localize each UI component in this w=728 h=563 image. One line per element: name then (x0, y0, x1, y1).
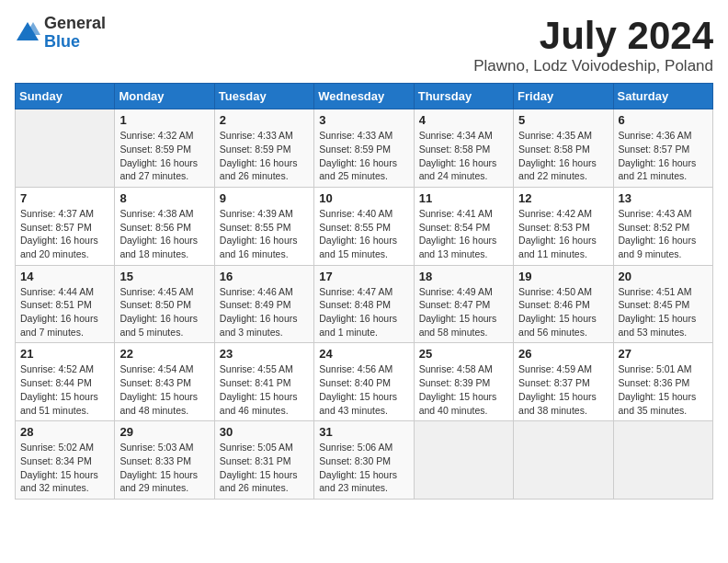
day-number: 26 (518, 347, 608, 361)
day-number: 12 (518, 191, 608, 205)
week-row-4: 21Sunrise: 4:52 AMSunset: 8:44 PMDayligh… (16, 343, 713, 421)
day-cell: 14Sunrise: 4:44 AMSunset: 8:51 PMDayligh… (16, 265, 115, 343)
header-cell-thursday: Thursday (414, 84, 513, 109)
day-number: 27 (619, 347, 708, 361)
day-info: Sunrise: 4:46 AMSunset: 8:49 PMDaylight:… (220, 285, 309, 339)
day-number: 1 (119, 113, 209, 127)
day-cell: 6Sunrise: 4:36 AMSunset: 8:57 PMDaylight… (613, 109, 712, 188)
header-cell-wednesday: Wednesday (314, 84, 414, 109)
day-number: 21 (20, 347, 109, 361)
week-row-1: 1Sunrise: 4:32 AMSunset: 8:59 PMDaylight… (16, 109, 713, 188)
day-info: Sunrise: 4:47 AMSunset: 8:48 PMDaylight:… (319, 285, 408, 339)
day-number: 24 (319, 347, 408, 361)
day-number: 29 (119, 425, 209, 439)
header-cell-friday: Friday (514, 84, 613, 109)
day-number: 16 (220, 270, 309, 283)
location-title: Plawno, Lodz Voivodeship, Poland (473, 57, 713, 75)
day-number: 9 (220, 191, 309, 205)
day-info: Sunrise: 5:02 AMSunset: 8:34 PMDaylight:… (20, 441, 109, 495)
day-info: Sunrise: 4:32 AMSunset: 8:59 PMDaylight:… (119, 129, 209, 183)
day-info: Sunrise: 5:06 AMSunset: 8:30 PMDaylight:… (319, 441, 408, 495)
day-cell: 23Sunrise: 4:55 AMSunset: 8:41 PMDayligh… (214, 343, 313, 421)
day-cell: 9Sunrise: 4:39 AMSunset: 8:55 PMDaylight… (214, 187, 313, 265)
day-cell: 29Sunrise: 5:03 AMSunset: 8:33 PMDayligh… (115, 421, 214, 500)
day-info: Sunrise: 4:40 AMSunset: 8:55 PMDaylight:… (319, 207, 408, 261)
day-number: 11 (419, 191, 508, 205)
day-cell: 7Sunrise: 4:37 AMSunset: 8:57 PMDaylight… (16, 187, 115, 265)
day-info: Sunrise: 4:51 AMSunset: 8:45 PMDaylight:… (619, 285, 708, 339)
day-number: 14 (20, 270, 109, 283)
day-info: Sunrise: 4:45 AMSunset: 8:50 PMDaylight:… (119, 285, 209, 339)
day-cell: 28Sunrise: 5:02 AMSunset: 8:34 PMDayligh… (16, 421, 115, 500)
day-number: 15 (119, 270, 209, 283)
day-cell: 22Sunrise: 4:54 AMSunset: 8:43 PMDayligh… (115, 343, 214, 421)
week-row-5: 28Sunrise: 5:02 AMSunset: 8:34 PMDayligh… (16, 421, 713, 500)
day-number: 18 (419, 270, 508, 283)
day-number: 6 (619, 113, 708, 127)
day-info: Sunrise: 4:41 AMSunset: 8:54 PMDaylight:… (419, 207, 508, 261)
day-number: 19 (518, 270, 608, 283)
day-info: Sunrise: 5:01 AMSunset: 8:36 PMDaylight:… (619, 362, 708, 417)
day-cell: 5Sunrise: 4:35 AMSunset: 8:58 PMDaylight… (514, 109, 613, 188)
day-cell: 20Sunrise: 4:51 AMSunset: 8:45 PMDayligh… (613, 265, 712, 343)
day-info: Sunrise: 4:36 AMSunset: 8:57 PMDaylight:… (619, 129, 708, 183)
day-info: Sunrise: 4:56 AMSunset: 8:40 PMDaylight:… (319, 362, 408, 417)
day-info: Sunrise: 4:42 AMSunset: 8:53 PMDaylight:… (518, 207, 608, 261)
header-cell-saturday: Saturday (613, 84, 712, 109)
header: General Blue July 2024 Plawno, Lodz Voiv… (15, 15, 713, 75)
day-info: Sunrise: 4:59 AMSunset: 8:37 PMDaylight:… (518, 362, 608, 417)
day-info: Sunrise: 4:33 AMSunset: 8:59 PMDaylight:… (319, 129, 408, 183)
day-cell: 16Sunrise: 4:46 AMSunset: 8:49 PMDayligh… (214, 265, 313, 343)
day-number: 28 (20, 425, 109, 439)
day-info: Sunrise: 4:52 AMSunset: 8:44 PMDaylight:… (20, 362, 109, 417)
header-cell-monday: Monday (115, 84, 214, 109)
logo-blue-text: Blue (44, 33, 106, 52)
day-cell: 12Sunrise: 4:42 AMSunset: 8:53 PMDayligh… (514, 187, 613, 265)
day-info: Sunrise: 4:43 AMSunset: 8:52 PMDaylight:… (619, 207, 708, 261)
day-info: Sunrise: 4:39 AMSunset: 8:55 PMDaylight:… (220, 207, 309, 261)
day-info: Sunrise: 4:49 AMSunset: 8:47 PMDaylight:… (419, 285, 508, 339)
day-cell (613, 421, 712, 500)
day-info: Sunrise: 4:55 AMSunset: 8:41 PMDaylight:… (220, 362, 309, 417)
header-cell-sunday: Sunday (16, 84, 115, 109)
day-cell (514, 421, 613, 500)
day-cell (16, 109, 115, 188)
title-area: July 2024 Plawno, Lodz Voivodeship, Pola… (473, 15, 713, 75)
day-info: Sunrise: 4:50 AMSunset: 8:46 PMDaylight:… (518, 285, 608, 339)
day-number: 13 (619, 191, 708, 205)
day-number: 5 (518, 113, 608, 127)
day-cell: 24Sunrise: 4:56 AMSunset: 8:40 PMDayligh… (314, 343, 414, 421)
day-info: Sunrise: 4:35 AMSunset: 8:58 PMDaylight:… (518, 129, 608, 183)
day-cell: 13Sunrise: 4:43 AMSunset: 8:52 PMDayligh… (613, 187, 712, 265)
calendar-body: 1Sunrise: 4:32 AMSunset: 8:59 PMDaylight… (16, 109, 713, 500)
day-info: Sunrise: 4:44 AMSunset: 8:51 PMDaylight:… (20, 285, 109, 339)
day-info: Sunrise: 5:03 AMSunset: 8:33 PMDaylight:… (119, 441, 209, 495)
header-row: SundayMondayTuesdayWednesdayThursdayFrid… (16, 84, 713, 109)
day-cell: 27Sunrise: 5:01 AMSunset: 8:36 PMDayligh… (613, 343, 712, 421)
month-title: July 2024 (473, 15, 713, 57)
week-row-3: 14Sunrise: 4:44 AMSunset: 8:51 PMDayligh… (16, 265, 713, 343)
day-cell: 3Sunrise: 4:33 AMSunset: 8:59 PMDaylight… (314, 109, 414, 188)
day-cell: 18Sunrise: 4:49 AMSunset: 8:47 PMDayligh… (414, 265, 513, 343)
day-number: 23 (220, 347, 309, 361)
day-cell: 11Sunrise: 4:41 AMSunset: 8:54 PMDayligh… (414, 187, 513, 265)
calendar-header: SundayMondayTuesdayWednesdayThursdayFrid… (16, 84, 713, 109)
day-cell: 17Sunrise: 4:47 AMSunset: 8:48 PMDayligh… (314, 265, 414, 343)
day-info: Sunrise: 4:34 AMSunset: 8:58 PMDaylight:… (419, 129, 508, 183)
day-cell: 31Sunrise: 5:06 AMSunset: 8:30 PMDayligh… (314, 421, 414, 500)
day-cell: 19Sunrise: 4:50 AMSunset: 8:46 PMDayligh… (514, 265, 613, 343)
day-cell: 30Sunrise: 5:05 AMSunset: 8:31 PMDayligh… (214, 421, 313, 500)
logo: General Blue (15, 15, 106, 52)
day-info: Sunrise: 4:58 AMSunset: 8:39 PMDaylight:… (419, 362, 508, 417)
day-number: 22 (119, 347, 209, 361)
day-number: 7 (20, 191, 109, 205)
day-number: 25 (419, 347, 508, 361)
day-info: Sunrise: 4:38 AMSunset: 8:56 PMDaylight:… (119, 207, 209, 261)
day-cell: 10Sunrise: 4:40 AMSunset: 8:55 PMDayligh… (314, 187, 414, 265)
day-number: 10 (319, 191, 408, 205)
day-number: 8 (119, 191, 209, 205)
day-cell: 8Sunrise: 4:38 AMSunset: 8:56 PMDaylight… (115, 187, 214, 265)
day-cell: 21Sunrise: 4:52 AMSunset: 8:44 PMDayligh… (16, 343, 115, 421)
day-cell: 1Sunrise: 4:32 AMSunset: 8:59 PMDaylight… (115, 109, 214, 188)
day-number: 30 (220, 425, 309, 439)
